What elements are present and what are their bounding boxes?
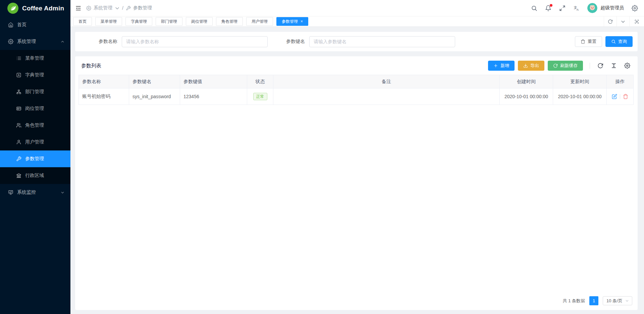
- breadcrumb-section[interactable]: 系统管理: [94, 5, 112, 11]
- sidebar-item-system-monitor[interactable]: 系统监控: [0, 184, 70, 201]
- search-icon[interactable]: [531, 5, 537, 11]
- leaf-logo-icon: [7, 3, 18, 14]
- edit-icon[interactable]: [612, 94, 617, 99]
- dictionary-icon: [16, 72, 21, 78]
- param-table: 参数名称 参数键名 参数键值 状态 备注 创建时间 更新时间 操作: [78, 75, 634, 105]
- sidebar-item-role-mgmt[interactable]: 角色管理: [0, 117, 70, 134]
- param-name-input[interactable]: [122, 36, 268, 47]
- sidebar-item-label: 行政区域: [25, 173, 44, 179]
- user-menu[interactable]: 超级管理员: [587, 3, 624, 13]
- cell-actions: [607, 88, 634, 105]
- table-row: 账号初始密码 sys_init_password 123456 正常 2020-…: [79, 88, 634, 105]
- tab-role-mgmt[interactable]: 角色管理: [216, 17, 243, 26]
- sidebar-submenu-system: 菜单管理 字典管理 部门管理 岗位管理 角色管理: [0, 50, 70, 184]
- notification-bell-icon[interactable]: [545, 5, 551, 11]
- param-key-label: 参数键名: [286, 39, 305, 45]
- app-root: Coffee Admin 首页 系统管理 菜单管理 字典管理: [0, 0, 644, 314]
- chevron-up-icon: [61, 40, 64, 44]
- page-size-value: 10 条/页: [606, 298, 623, 304]
- content-fullscreen-icon[interactable]: [629, 16, 644, 26]
- tab-dict-mgmt[interactable]: 字典管理: [125, 17, 152, 26]
- tab-label: 首页: [78, 19, 87, 24]
- table-actions: 新增 导出 刷新缓存: [488, 61, 632, 71]
- wrench-icon: [126, 6, 131, 11]
- tab-menu-mgmt[interactable]: 菜单管理: [95, 17, 122, 26]
- sidebar-item-label: 部门管理: [25, 89, 44, 95]
- tab-label: 用户管理: [252, 19, 268, 24]
- tab-user-mgmt[interactable]: 用户管理: [246, 17, 273, 26]
- sidebar-item-label: 用户管理: [25, 139, 44, 145]
- main-area: 系统管理 / 参数管理 超级管理员: [70, 0, 644, 314]
- divider: [620, 94, 620, 99]
- sidebar-item-dept-mgmt[interactable]: 部门管理: [0, 83, 70, 100]
- tab-post-mgmt[interactable]: 岗位管理: [186, 17, 213, 26]
- settings-gear-icon[interactable]: [632, 5, 638, 11]
- divider: [590, 63, 590, 69]
- reset-button[interactable]: 重置: [575, 36, 602, 47]
- column-settings-gear-icon[interactable]: [624, 63, 630, 69]
- sidebar-menu: 首页 系统管理 菜单管理 字典管理 部门管理: [0, 16, 70, 314]
- tab-param-mgmt[interactable]: 参数管理: [276, 17, 308, 26]
- monitor-icon: [8, 190, 13, 195]
- sidebar-item-post-mgmt[interactable]: 岗位管理: [0, 100, 70, 117]
- col-actions: 操作: [607, 75, 634, 88]
- tab-label: 菜单管理: [101, 19, 117, 24]
- pagination-page-1[interactable]: 1: [589, 296, 598, 305]
- bank-icon: [16, 173, 21, 178]
- download-icon: [523, 63, 528, 68]
- pagination: 共 1 条数据 1 10 条/页: [75, 292, 638, 310]
- refresh-icon: [553, 63, 558, 68]
- sidebar-item-menu-mgmt[interactable]: 菜单管理: [0, 50, 70, 67]
- chevron-down-icon: [115, 6, 120, 11]
- table-header-row: 参数名称 参数键名 参数键值 状态 备注 创建时间 更新时间 操作: [79, 75, 634, 88]
- refresh-cache-button[interactable]: 刷新缓存: [548, 61, 583, 71]
- tabs-bar: 首页 菜单管理 字典管理 部门管理 岗位管理 角色管理 用户管理 参数管理: [70, 16, 644, 27]
- col-create-time: 创建时间: [500, 75, 553, 88]
- translate-icon[interactable]: [573, 5, 580, 11]
- chevron-down-icon: [61, 191, 64, 194]
- param-key-input[interactable]: [309, 36, 455, 47]
- pagination-total: 共 1 条数据: [563, 298, 585, 304]
- app-title: Coffee Admin: [22, 5, 64, 12]
- id-badge-icon: [16, 106, 21, 111]
- sidebar-item-admin-region[interactable]: 行政区域: [0, 167, 70, 184]
- cell-param-value: 123456: [180, 88, 247, 105]
- gear-icon: [86, 6, 91, 11]
- sidebar-item-param-mgmt[interactable]: 参数管理: [0, 150, 70, 167]
- user-icon: [16, 139, 21, 145]
- sidebar-item-home[interactable]: 首页: [0, 16, 70, 33]
- sidebar-item-system-mgmt[interactable]: 系统管理: [0, 33, 70, 50]
- cell-create-time: 2020-10-01 00:00:00: [500, 88, 553, 105]
- cell-param-key: sys_init_password: [129, 88, 180, 105]
- tab-label: 岗位管理: [191, 19, 207, 24]
- sidebar-item-dict-mgmt[interactable]: 字典管理: [0, 67, 70, 83]
- sidebar-item-label: 字典管理: [25, 72, 44, 78]
- close-icon[interactable]: [301, 19, 303, 23]
- tab-home[interactable]: 首页: [73, 17, 92, 26]
- add-button[interactable]: 新增: [488, 61, 515, 71]
- tabs-menu-chevron-icon[interactable]: [616, 16, 629, 26]
- collapse-sidebar-icon[interactable]: [75, 5, 82, 11]
- reset-label: 重置: [588, 39, 596, 45]
- search-actions: 重置 查询: [575, 36, 633, 47]
- top-navbar: 系统管理 / 参数管理 超级管理员: [70, 0, 644, 16]
- sidebar-item-user-mgmt[interactable]: 用户管理: [0, 134, 70, 150]
- search-button[interactable]: 查询: [605, 36, 633, 47]
- refresh-table-icon[interactable]: [597, 63, 603, 69]
- sidebar-item-label: 参数管理: [25, 156, 44, 162]
- tab-dept-mgmt[interactable]: 部门管理: [156, 17, 182, 26]
- sidebar: Coffee Admin 首页 系统管理 菜单管理 字典管理: [0, 0, 70, 314]
- row-density-icon[interactable]: [611, 63, 617, 69]
- sidebar-item-label: 菜单管理: [25, 55, 44, 61]
- app-logo[interactable]: Coffee Admin: [0, 0, 70, 16]
- param-list-card: 参数列表 新增 导出 刷新缓存: [75, 56, 638, 310]
- sidebar-item-label: 系统监控: [17, 189, 36, 195]
- trash-icon: [581, 39, 585, 44]
- fullscreen-icon[interactable]: [559, 5, 566, 11]
- gear-icon: [8, 39, 13, 44]
- delete-icon[interactable]: [623, 94, 628, 99]
- page-size-select[interactable]: 10 条/页: [603, 296, 632, 305]
- cell-param-name: 账号初始密码: [79, 88, 129, 105]
- refresh-page-icon[interactable]: [604, 16, 616, 26]
- export-button[interactable]: 导出: [518, 61, 544, 71]
